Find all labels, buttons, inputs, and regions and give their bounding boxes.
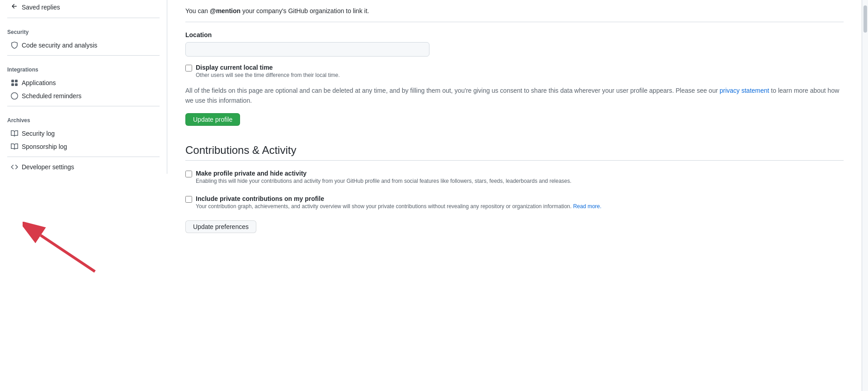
divider-1 bbox=[7, 18, 160, 18]
archives-section-header: Archives bbox=[7, 110, 160, 127]
divider-4 bbox=[7, 157, 160, 157]
include-private-section: Include private contributions on my prof… bbox=[185, 195, 844, 210]
location-label: Location bbox=[185, 31, 844, 38]
top-hint: You can @mention your company's GitHub o… bbox=[185, 0, 844, 14]
include-private-desc: Your contribution graph, achievements, a… bbox=[196, 203, 601, 210]
location-input[interactable] bbox=[185, 42, 429, 57]
scheduled-reminders-label: Scheduled reminders bbox=[22, 92, 81, 100]
display-time-desc: Other users will see the time difference… bbox=[196, 72, 340, 78]
red-arrow bbox=[23, 222, 113, 276]
integrations-section-header: Integrations bbox=[7, 59, 160, 76]
divider-3 bbox=[7, 106, 160, 106]
display-time-label: Display current local time bbox=[196, 64, 340, 71]
display-time-checkbox[interactable] bbox=[185, 65, 192, 72]
developer-settings-label: Developer settings bbox=[22, 163, 74, 171]
read-more-link[interactable]: Read more. bbox=[573, 203, 602, 210]
code-security-item[interactable]: Code security and analysis bbox=[7, 39, 160, 52]
make-private-checkbox[interactable] bbox=[185, 171, 192, 177]
security-log-icon bbox=[11, 130, 18, 137]
security-log-label: Security log bbox=[22, 130, 55, 137]
code-security-label: Code security and analysis bbox=[22, 42, 97, 49]
main-content: You can @mention your company's GitHub o… bbox=[167, 0, 862, 391]
contributions-divider bbox=[185, 160, 844, 161]
divider-2 bbox=[7, 55, 160, 56]
mention-text: @mention bbox=[210, 7, 241, 14]
update-preferences-button[interactable]: Update preferences bbox=[185, 220, 256, 233]
developer-settings-item[interactable]: Developer settings bbox=[7, 161, 160, 173]
update-profile-button[interactable]: Update profile bbox=[185, 113, 240, 126]
include-private-checkbox[interactable] bbox=[185, 196, 192, 203]
sponsorship-log-icon bbox=[11, 143, 18, 150]
make-private-desc: Enabling this will hide your contributio… bbox=[196, 178, 571, 184]
scrollbar-thumb[interactable] bbox=[863, 5, 867, 33]
display-time-row: Display current local time Other users w… bbox=[185, 64, 844, 78]
sponsorship-log-item[interactable]: Sponsorship log bbox=[7, 140, 160, 153]
saved-replies-label: Saved replies bbox=[22, 4, 60, 11]
scrollbar-track[interactable] bbox=[862, 0, 868, 391]
svg-line-1 bbox=[41, 235, 95, 272]
make-private-section: Make profile private and hide activity E… bbox=[185, 170, 844, 184]
saved-replies-item[interactable]: Saved replies bbox=[7, 0, 160, 14]
clock-icon bbox=[11, 92, 18, 100]
include-private-label: Include private contributions on my prof… bbox=[196, 195, 601, 202]
top-divider bbox=[185, 22, 844, 22]
applications-label: Applications bbox=[22, 79, 56, 86]
privacy-link[interactable]: privacy statement bbox=[720, 87, 769, 94]
applications-item[interactable]: Applications bbox=[7, 76, 160, 89]
scheduled-reminders-item[interactable]: Scheduled reminders bbox=[7, 90, 160, 102]
optional-note: All of the fields on this page are optio… bbox=[185, 86, 844, 106]
code-icon bbox=[11, 163, 18, 171]
sponsorship-log-label: Sponsorship log bbox=[22, 143, 67, 150]
grid-icon bbox=[11, 79, 18, 86]
security-log-item[interactable]: Security log bbox=[7, 127, 160, 140]
security-section-header: Security bbox=[7, 22, 160, 39]
shield-icon bbox=[11, 42, 18, 49]
contributions-title: Contributions & Activity bbox=[185, 144, 844, 157]
arrow-left-icon bbox=[11, 3, 18, 11]
make-private-label: Make profile private and hide activity bbox=[196, 170, 571, 177]
